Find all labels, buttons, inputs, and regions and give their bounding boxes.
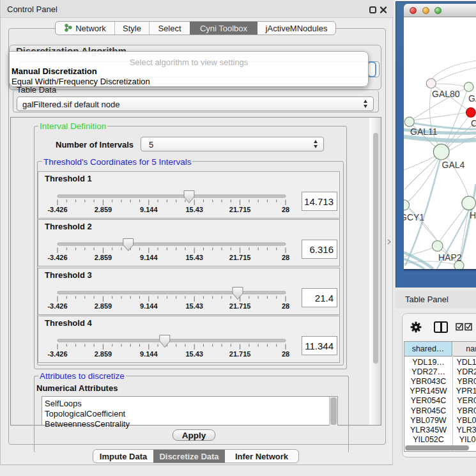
svg-text:GAL4: GAL4 <box>442 160 465 170</box>
svg-text:HI: HI <box>470 210 476 220</box>
svg-text:C: C <box>471 118 476 128</box>
svg-text:GCY1: GCY1 <box>404 212 424 222</box>
svg-text:GAL80: GAL80 <box>432 89 460 99</box>
svg-text:GA: GA <box>468 93 476 104</box>
svg-text:HAP2: HAP2 <box>438 252 462 263</box>
svg-text:GAL11: GAL11 <box>410 127 438 137</box>
